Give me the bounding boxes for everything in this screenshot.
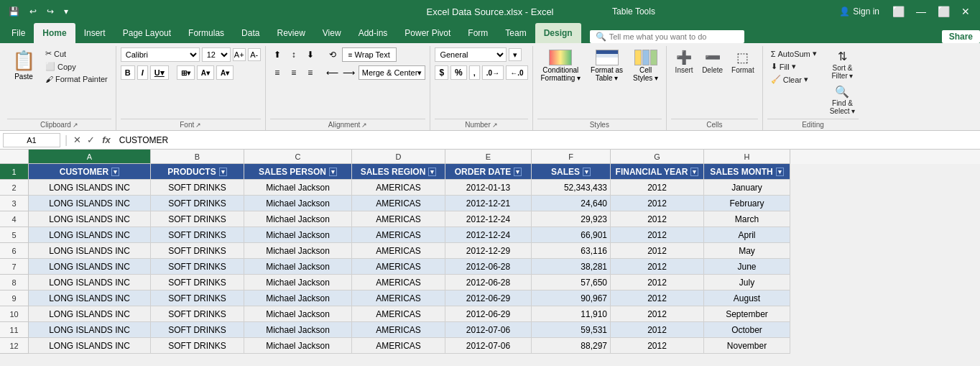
data-cell[interactable]: November <box>704 338 790 354</box>
row-num-7[interactable]: 7 <box>0 259 29 275</box>
data-cell[interactable]: LONG ISLANDS INC <box>29 338 151 354</box>
data-cell[interactable]: AMERICAS <box>352 338 445 354</box>
data-cell[interactable]: 2012 <box>611 180 704 196</box>
row-num-3[interactable]: 3 <box>0 196 29 211</box>
tab-file[interactable]: File <box>3 23 34 43</box>
data-cell[interactable]: Michael Jackson <box>244 306 352 322</box>
data-cell[interactable]: Michael Jackson <box>244 227 352 243</box>
data-cell[interactable]: LONG ISLANDS INC <box>29 243 151 259</box>
data-cell[interactable]: 11,910 <box>532 306 611 322</box>
format-button[interactable]: ⬚ Format <box>728 47 758 76</box>
search-input[interactable] <box>609 32 739 41</box>
data-cell[interactable]: LONG ISLANDS INC <box>29 290 151 306</box>
align-left-button[interactable]: ≡ <box>270 65 285 80</box>
filter-arrow-d[interactable]: ▾ <box>428 168 436 176</box>
data-cell[interactable]: Michael Jackson <box>244 322 352 338</box>
delete-button[interactable]: ➖ Delete <box>698 47 726 76</box>
tab-review[interactable]: Review <box>268 23 313 43</box>
paste-button[interactable]: 📋 Paste <box>7 47 40 83</box>
col-header-g[interactable]: G <box>611 150 704 164</box>
col-header-f[interactable]: F <box>532 150 611 164</box>
filter-arrow-b[interactable]: ▾ <box>219 168 227 176</box>
data-cell[interactable]: AMERICAS <box>352 259 445 275</box>
row-num-11[interactable]: 11 <box>0 322 29 338</box>
data-cell[interactable]: 2012 <box>611 322 704 338</box>
conditional-formatting-button[interactable]: ConditionalFormatting ▾ <box>537 47 585 84</box>
alignment-launcher[interactable]: ↗ <box>361 122 367 129</box>
data-cell[interactable]: 2012 <box>611 306 704 322</box>
confirm-formula-button[interactable]: ✓ <box>85 134 96 145</box>
data-cell[interactable]: October <box>704 322 790 338</box>
tab-home[interactable]: Home <box>34 23 75 43</box>
increase-decimal-button[interactable]: .0→ <box>482 65 504 80</box>
header-cell-customer[interactable]: CUSTOMER ▾ <box>29 164 151 180</box>
data-cell[interactable]: 29,923 <box>532 211 611 227</box>
autosum-button[interactable]: ΣAutoSum▾ <box>767 47 825 60</box>
fill-color-button[interactable]: A▾ <box>197 65 214 80</box>
data-cell[interactable]: 2012 <box>611 275 704 290</box>
data-cell[interactable]: SOFT DRINKS <box>151 338 244 354</box>
format-painter-button[interactable]: 🖌 Format Painter <box>42 73 111 85</box>
filter-arrow-g[interactable]: ▾ <box>690 168 698 176</box>
data-cell[interactable]: 24,640 <box>532 196 611 211</box>
data-cell[interactable]: August <box>704 290 790 306</box>
row-num-4[interactable]: 4 <box>0 211 29 227</box>
underline-button[interactable]: U▾ <box>150 65 169 80</box>
row-num-5[interactable]: 5 <box>0 227 29 243</box>
data-cell[interactable]: January <box>704 180 790 196</box>
data-cell[interactable]: 2012-07-06 <box>445 322 532 338</box>
header-cell-sales-month[interactable]: SALES MONTH ▾ <box>704 164 790 180</box>
fill-button[interactable]: ⬇Fill▾ <box>767 60 825 73</box>
data-cell[interactable]: June <box>704 259 790 275</box>
data-cell[interactable]: March <box>704 211 790 227</box>
tab-view[interactable]: View <box>314 23 350 43</box>
data-cell[interactable]: SOFT DRINKS <box>151 306 244 322</box>
number-launcher[interactable]: ↗ <box>492 122 498 129</box>
qat-more-button[interactable]: ▾ <box>61 5 71 18</box>
share-button[interactable]: Share <box>942 30 980 43</box>
col-header-h[interactable]: H <box>704 150 790 164</box>
data-cell[interactable]: May <box>704 243 790 259</box>
data-cell[interactable]: Michael Jackson <box>244 211 352 227</box>
data-cell[interactable]: AMERICAS <box>352 180 445 196</box>
data-cell[interactable]: 59,531 <box>532 322 611 338</box>
decrease-indent-button[interactable]: ⟵ <box>325 65 340 80</box>
data-cell[interactable]: SOFT DRINKS <box>151 243 244 259</box>
data-cell[interactable]: 90,967 <box>532 290 611 306</box>
data-cell[interactable]: 2012-06-28 <box>445 275 532 290</box>
data-cell[interactable]: September <box>704 306 790 322</box>
close-button[interactable]: ✕ <box>957 4 974 19</box>
data-cell[interactable]: 2012-07-06 <box>445 338 532 354</box>
clear-button[interactable]: 🧹Clear▾ <box>767 73 825 86</box>
data-cell[interactable]: AMERICAS <box>352 243 445 259</box>
row-num-12[interactable]: 12 <box>0 338 29 354</box>
undo-button[interactable]: ↩ <box>27 5 40 18</box>
data-cell[interactable]: Michael Jackson <box>244 180 352 196</box>
header-cell-products[interactable]: PRODUCTS ▾ <box>151 164 244 180</box>
increase-indent-button[interactable]: ⟶ <box>342 65 356 80</box>
borders-button[interactable]: ⊞▾ <box>177 65 195 80</box>
data-cell[interactable]: Michael Jackson <box>244 196 352 211</box>
col-header-d[interactable]: D <box>352 150 445 164</box>
cell-reference-box[interactable] <box>3 133 60 147</box>
currency-button[interactable]: $ <box>435 65 448 80</box>
ribbon-collapse-button[interactable]: ⬜ <box>888 4 909 19</box>
data-cell[interactable]: AMERICAS <box>352 211 445 227</box>
filter-arrow-a[interactable]: ▾ <box>111 168 119 176</box>
data-cell[interactable]: Michael Jackson <box>244 259 352 275</box>
data-cell[interactable]: SOFT DRINKS <box>151 211 244 227</box>
data-cell[interactable]: LONG ISLANDS INC <box>29 259 151 275</box>
data-cell[interactable]: LONG ISLANDS INC <box>29 227 151 243</box>
font-color-button[interactable]: A▾ <box>216 65 234 80</box>
data-cell[interactable]: February <box>704 196 790 211</box>
col-header-a[interactable]: A <box>29 150 151 164</box>
save-button[interactable]: 💾 <box>6 5 22 18</box>
header-cell-sales-person[interactable]: SALES PERSON ▾ <box>244 164 352 180</box>
data-cell[interactable]: LONG ISLANDS INC <box>29 306 151 322</box>
sign-in-button[interactable]: 👤 Sign in <box>839 6 879 17</box>
row-num-1[interactable]: 1 <box>0 164 29 180</box>
maximize-button[interactable]: ⬜ <box>933 4 954 19</box>
data-cell[interactable]: April <box>704 227 790 243</box>
sort-filter-button[interactable]: ⇅ Sort &Filter ▾ <box>826 47 859 82</box>
data-cell[interactable]: 2012-12-24 <box>445 211 532 227</box>
